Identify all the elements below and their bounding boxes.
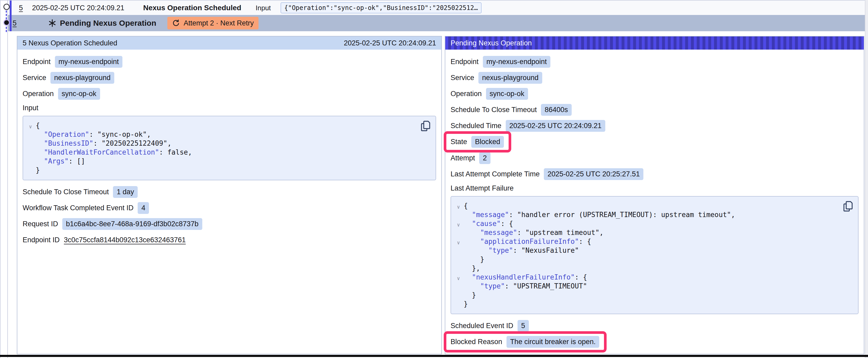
field-label: Operation [23,90,54,98]
pending-nexus-operation-card: Pending Nexus Operation Endpoint my-nexu… [445,36,864,354]
field-label: Schedule To Close Timeout [451,106,537,114]
field-label: Scheduled Time [451,122,501,130]
json-line: } [25,166,430,174]
json-line: "message": "handler error (UPSTREAM_TIME… [453,210,853,219]
card-timestamp: 2025-02-25 UTC 20:24:09.21 [344,39,436,47]
card-body: Endpoint my-nexus-endpoint Service nexus… [17,50,441,246]
field-value-chip: 5 [518,320,529,332]
attempt-retry-label: Attempt 2 · Next Retry [184,19,254,27]
left-divider [0,0,1,358]
card-header-scheduled: 5 Nexus Operation Scheduled 2025-02-25 U… [17,36,441,50]
json-line: ∨ "cause": { [453,219,853,228]
json-line: ∨ "nexusHandlerFailureInfo": { [453,273,853,282]
field-label: Service [23,74,46,82]
field-operation: Operation sync-op-ok [451,88,859,99]
card-header-pending: Pending Nexus Operation [445,36,864,50]
asterisk-icon [48,19,57,28]
field-value-chip: sync-op-ok [58,88,100,100]
json-line: }, [453,264,853,273]
copy-icon[interactable] [420,120,431,133]
chevron-down-icon[interactable]: ∨ [453,202,464,211]
json-line: "type": "NexusFailure" [453,246,853,255]
json-line: ∨{ [453,201,853,210]
field-value-chip: 86400s [541,104,572,116]
timeline-dashed-connector [6,10,7,20]
json-line: "type": "UPSTREAM_TIMEOUT" [453,282,853,291]
field-schedule-to-close-timeout: Schedule To Close Timeout 1 day [23,186,436,198]
chevron-down-icon[interactable]: ∨ [453,238,464,247]
event-title: Pending Nexus Operation [60,19,156,28]
attempt-retry-badge: Attempt 2 · Next Retry [167,17,258,29]
event-row-pending[interactable]: 5 Pending Nexus Operation Attempt 2 · Ne… [8,15,865,31]
json-line: "Operation": "sync-op-ok", [25,130,430,139]
field-label: Blocked Reason [451,338,502,346]
event-id-link[interactable]: 5 [19,4,23,12]
field-service: Service nexus-playground [23,72,436,84]
field-scheduled-time: Scheduled Time 2025-02-25 UTC 20:24:09.2… [451,120,859,131]
filled-circle-marker [3,19,10,27]
json-line: } [453,255,853,264]
field-operation: Operation sync-op-ok [23,88,436,99]
event-row-scheduled[interactable]: 5 2025-02-25 UTC 20:24:09.21 Nexus Opera… [8,1,865,15]
field-value-chip: 4 [138,202,149,214]
chevron-down-icon[interactable]: ∨ [453,274,464,283]
field-value-chip: my-nexus-endpoint [483,56,551,68]
field-label: Service [451,74,474,82]
field-value-chip: my-nexus-endpoint [55,56,123,68]
field-value-chip: 1 day [113,186,138,198]
open-circle-marker [3,3,10,12]
event-detail-card-scheduled: 5 Nexus Operation Scheduled 2025-02-25 U… [17,36,442,354]
field-schedule-to-close-timeout: Schedule To Close Timeout 86400s [451,104,859,116]
endpoint-id-link[interactable]: 3c0c75ccfa8144b092c13ce632463761 [64,236,186,244]
card-title: 5 Nexus Operation Scheduled [23,39,117,47]
field-workflow-task-completed-event-id: Workflow Task Completed Event ID 4 [23,202,436,214]
field-value-chip: 2 [479,152,491,164]
blocked-reason-highlight-annotation: Blocked Reason The circuit breaker is op… [444,331,607,353]
state-field-highlight-annotation: State Blocked [444,131,511,153]
retry-icon [172,19,180,27]
field-last-attempt-complete-time: Last Attempt Complete Time 2025-02-25 UT… [451,168,859,180]
blocked-reason-value-chip: The circuit breaker is open. [506,336,599,348]
json-line: "Args": [] [25,157,430,166]
field-value-chip: 2025-02-25 UTC 20:25:27.51 [544,168,643,180]
field-endpoint-id: Endpoint ID 3c0c75ccfa8144b092c13ce63246… [23,234,436,246]
state-value-chip: Blocked [471,136,504,148]
field-scheduled-event-id: Scheduled Event ID 5 [451,320,859,331]
timeline-dashed-connector [6,27,7,32]
card-title: Pending Nexus Operation [451,39,532,47]
field-service: Service nexus-playground [451,72,859,84]
field-value-chip: sync-op-ok [486,88,528,100]
chevron-down-icon[interactable]: ∨ [25,122,36,131]
field-attempt: Attempt 2 [451,152,859,164]
field-value-chip: nexus-playground [51,72,114,84]
card-body: Endpoint my-nexus-endpoint Service nexus… [445,50,864,353]
field-request-id: Request ID b1c6a4bc-8ee7-468a-9169-df3b0… [23,218,436,230]
field-label: Endpoint [451,58,479,66]
event-timestamp: 2025-02-25 UTC 20:24:09.21 [32,4,124,12]
json-line: "HandlerWaitForCancellation": false, [25,148,430,157]
event-id-link[interactable]: 5 [12,19,17,27]
input-label: Input [256,4,271,12]
field-label: Operation [451,90,482,98]
json-line: "BusinessID": "20250225122409", [25,139,430,148]
field-value-chip: 2025-02-25 UTC 20:24:09.21 [506,120,605,132]
chevron-down-icon[interactable]: ∨ [453,220,464,229]
input-json-viewer: ∨{ "Operation": "sync-op-ok", "BusinessI… [23,116,436,180]
json-line: "message": "upstream timeout", [453,228,853,237]
field-endpoint: Endpoint my-nexus-endpoint [23,56,436,67]
field-label: Schedule To Close Timeout [23,188,109,196]
field-label: Endpoint ID [23,236,60,244]
event-table-left-border [7,0,8,358]
expanded-row-bottom-border [0,355,868,357]
field-label: Request ID [23,220,58,228]
field-value-chip: b1c6a4bc-8ee7-468a-9169-df3b02c8737b [62,218,202,230]
field-label: Endpoint [23,58,51,66]
event-title: Nexus Operation Scheduled [143,4,241,12]
field-endpoint: Endpoint my-nexus-endpoint [451,56,859,67]
vertical-scrollbar[interactable] [865,0,868,358]
json-line: ∨{ [25,121,430,130]
field-label: Attempt [451,154,475,162]
input-preview-chip[interactable]: {"Operation":"sync-op-ok","BusinessID":"… [281,2,482,13]
copy-icon[interactable] [842,200,854,213]
failure-json-viewer: ∨{ "message": "handler error (UPSTREAM_T… [451,196,859,314]
